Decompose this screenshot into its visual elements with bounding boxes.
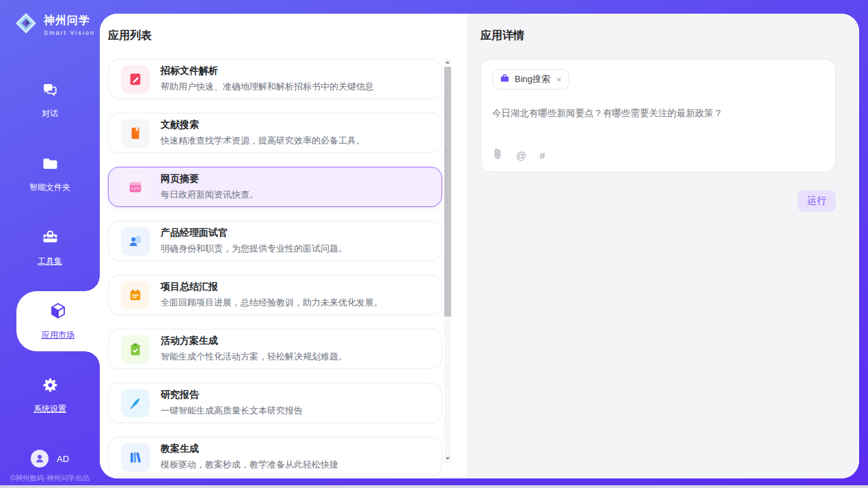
app-title: 项目总结汇报	[161, 281, 383, 293]
user-initials: AD	[57, 454, 69, 464]
paperclip-icon[interactable]	[492, 148, 503, 163]
main-content: 应用列表 招标文件解析 帮助用户快速、准确地理解和解析招标书中的关键信息	[100, 14, 859, 478]
sidebar-item-toolset[interactable]: 工具集	[0, 211, 100, 284]
app-cards: 招标文件解析 帮助用户快速、准确地理解和解析招标书中的关键信息 文献搜索 快速精…	[108, 59, 442, 477]
calendar-icon	[121, 281, 150, 310]
app-list-title: 应用列表	[108, 29, 467, 43]
book-icon	[121, 119, 150, 148]
app-title: 招标文件解析	[161, 65, 374, 77]
sidebar-item-settings[interactable]: 系统设置	[0, 358, 100, 432]
app-detail-panel: 应用详情 Bing搜索 × 今日湖北有哪些新闻要点？有哪些需要关注的最新政策？	[467, 14, 859, 478]
user-row[interactable]: AD	[0, 450, 100, 467]
briefcase-icon	[500, 73, 510, 86]
app-card-event-plan[interactable]: 活动方案生成 智能生成个性化活动方案，轻松解决规划难题。	[108, 329, 442, 369]
mention-icon[interactable]: @	[516, 150, 526, 161]
sidebar-nav: 对话 智能文件夹 工具集	[0, 63, 100, 432]
app-title: 网页摘要	[161, 173, 258, 185]
svg-text:</>: </>	[131, 186, 139, 191]
window-bottom-edge	[0, 485, 868, 488]
attach-row: @ #	[492, 148, 545, 163]
avatar	[31, 450, 49, 467]
sidebar-item-label: 工具集	[38, 256, 62, 267]
brand-name: 神州问学	[44, 14, 95, 28]
app-card-bid-parse[interactable]: 招标文件解析 帮助用户快速、准确地理解和解析招标书中的关键信息	[108, 59, 442, 99]
tool-tag-label: Bing搜索	[515, 73, 550, 85]
clipboard-check-icon	[121, 335, 150, 364]
close-icon[interactable]: ×	[556, 75, 562, 84]
app-card-pm-interviewer[interactable]: 产品经理面试官 明确身份和职责，为您提供专业性的面试问题。	[108, 221, 442, 261]
app-desc: 明确身份和职责，为您提供专业性的面试问题。	[161, 243, 347, 255]
run-button[interactable]: 运行	[798, 190, 836, 212]
gear-icon	[41, 376, 59, 397]
hash-icon[interactable]: #	[539, 150, 545, 161]
sidebar-item-label: 应用市场	[42, 329, 74, 341]
sidebar: 神州问学 Smart Vision 对话 智能文件夹	[0, 0, 100, 488]
app-card-research-report[interactable]: 研究报告 一键智能生成高质量长文本研究报告	[108, 383, 442, 423]
copyright-text: ©神州数码·神州问学出品	[0, 474, 100, 483]
list-scrollbar[interactable]	[444, 58, 451, 463]
app-card-literature-search[interactable]: 文献搜索 快速精准查找学术资源，提高研究效率的必备工具。	[108, 113, 442, 153]
sidebar-item-label: 系统设置	[33, 403, 66, 415]
prompt-card[interactable]: Bing搜索 × 今日湖北有哪些新闻要点？有哪些需要关注的最新政策？ @ #	[480, 59, 836, 172]
folder-icon	[41, 154, 59, 176]
app-desc: 模板驱动，教案秒成，教学准备从此轻松快捷	[161, 459, 338, 471]
tool-tag-bing-search[interactable]: Bing搜索 ×	[492, 69, 569, 90]
app-desc: 快速精准查找学术资源，提高研究效率的必备工具。	[161, 135, 365, 147]
app-title: 文献搜索	[161, 119, 365, 131]
app-desc: 每日政府新闻资讯快查。	[161, 189, 258, 201]
app-title: 产品经理面试官	[161, 227, 347, 239]
scroll-up-icon[interactable]	[444, 58, 451, 66]
app-desc: 帮助用户快速、准确地理解和解析招标书中的关键信息	[161, 81, 374, 93]
webpage-icon: </>	[121, 173, 150, 202]
cube-icon	[49, 301, 68, 323]
brand-diamond-icon	[14, 11, 38, 38]
app-title: 活动方案生成	[161, 335, 347, 347]
scroll-down-icon[interactable]	[444, 455, 451, 463]
brand-logo: 神州问学 Smart Vision	[14, 11, 100, 38]
sidebar-item-smart-folders[interactable]: 智能文件夹	[0, 137, 100, 211]
app-desc: 一键智能生成高质量长文本研究报告	[161, 405, 303, 417]
interviewer-icon	[121, 227, 150, 256]
app-card-lesson-plan[interactable]: 教案生成 模板驱动，教案秒成，教学准备从此轻松快捷	[108, 437, 442, 477]
prompt-text[interactable]: 今日湖北有哪些新闻要点？有哪些需要关注的最新政策？	[492, 107, 824, 120]
sidebar-item-label: 对话	[42, 108, 58, 120]
app-title: 研究报告	[161, 389, 303, 401]
sidebar-item-app-market[interactable]: 应用市场	[16, 291, 100, 351]
toolbox-icon	[41, 228, 59, 249]
app-desc: 智能生成个性化活动方案，轻松解决规划难题。	[161, 351, 347, 363]
app-detail-title: 应用详情	[480, 29, 859, 43]
scrollbar-thumb[interactable]	[444, 67, 451, 316]
app-list-panel: 应用列表 招标文件解析 帮助用户快速、准确地理解和解析招标书中的关键信息	[100, 14, 467, 478]
chat-icon	[41, 81, 59, 102]
books-icon	[121, 443, 150, 472]
app-desc: 全面回顾项目进展，总结经验教训，助力未来优化发展。	[161, 297, 383, 309]
brand-subtitle: Smart Vision	[44, 29, 95, 36]
app-card-web-summary[interactable]: </> 网页摘要 每日政府新闻资讯快查。	[108, 167, 442, 207]
run-row: 运行	[480, 190, 836, 212]
pen-icon	[121, 389, 150, 418]
app-card-project-summary[interactable]: 项目总结汇报 全面回顾项目进展，总结经验教训，助力未来优化发展。	[108, 275, 442, 315]
bid-parse-icon	[121, 65, 150, 94]
sidebar-item-label: 智能文件夹	[29, 182, 70, 193]
sidebar-item-chat[interactable]: 对话	[0, 63, 100, 137]
app-title: 教案生成	[161, 443, 338, 455]
